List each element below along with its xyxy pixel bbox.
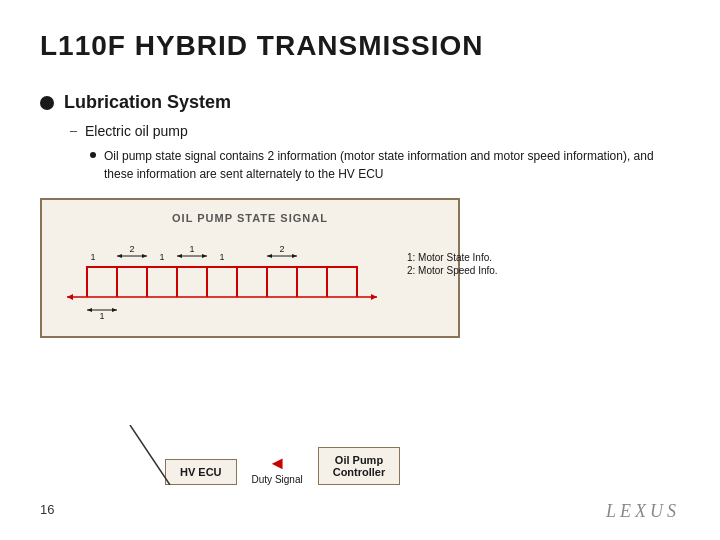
signal-svg: 1 2 1 1 1 2 bbox=[57, 232, 397, 326]
svg-marker-17 bbox=[292, 254, 297, 258]
signal-legend: 1: Motor State Info. 2: Motor Speed Info… bbox=[407, 252, 498, 278]
section-header: Lubrication System bbox=[40, 92, 680, 113]
svg-text:2: 2 bbox=[129, 244, 134, 254]
oil-pump-box: Oil Pump Controller bbox=[318, 447, 401, 485]
svg-marker-12 bbox=[202, 254, 207, 258]
svg-marker-16 bbox=[267, 254, 272, 258]
bullet-text: Oil pump state signal contains 2 informa… bbox=[104, 147, 680, 183]
bullet-dot-small bbox=[90, 152, 96, 158]
svg-text:1: 1 bbox=[219, 252, 224, 262]
svg-marker-1 bbox=[67, 294, 73, 300]
svg-marker-2 bbox=[371, 294, 377, 300]
flow-area: HV ECU ◄ Duty Signal Oil Pump Controller bbox=[150, 447, 400, 485]
diagram-box: OIL PUMP STATE SIGNAL bbox=[40, 198, 460, 338]
signal-area: 1 2 1 1 1 2 bbox=[57, 232, 443, 326]
slide: L110F HYBRID TRANSMISSION Lubrication Sy… bbox=[0, 0, 720, 540]
legend-item-1: 1: Motor State Info. bbox=[407, 252, 498, 263]
diagram-title: OIL PUMP STATE SIGNAL bbox=[57, 212, 443, 224]
bullet-dot bbox=[40, 96, 54, 110]
svg-text:1: 1 bbox=[99, 311, 104, 321]
flow-arrow-left: ◄ bbox=[268, 453, 286, 474]
svg-marker-6 bbox=[117, 254, 122, 258]
lexus-logo: LEXUS bbox=[606, 501, 680, 522]
svg-marker-19 bbox=[87, 308, 92, 312]
svg-line-22 bbox=[130, 425, 170, 485]
lexus-text: LEXUS bbox=[606, 501, 680, 521]
dash: – bbox=[70, 123, 77, 139]
svg-text:1: 1 bbox=[90, 252, 95, 262]
sub-label: Electric oil pump bbox=[85, 123, 188, 139]
svg-marker-7 bbox=[142, 254, 147, 258]
duty-signal-label: Duty Signal bbox=[252, 474, 303, 485]
page-title: L110F HYBRID TRANSMISSION bbox=[40, 30, 680, 62]
svg-text:1: 1 bbox=[189, 244, 194, 254]
page-number: 16 bbox=[40, 500, 54, 518]
sub-item: – Electric oil pump bbox=[70, 123, 680, 139]
svg-marker-11 bbox=[177, 254, 182, 258]
svg-text:2: 2 bbox=[279, 244, 284, 254]
legend-item-2: 2: Motor Speed Info. bbox=[407, 265, 498, 276]
bullet-item: Oil pump state signal contains 2 informa… bbox=[90, 147, 680, 183]
svg-text:1: 1 bbox=[159, 252, 164, 262]
section-title: Lubrication System bbox=[64, 92, 231, 113]
duty-signal-wrapper: ◄ Duty Signal bbox=[252, 453, 303, 485]
svg-marker-20 bbox=[112, 308, 117, 312]
